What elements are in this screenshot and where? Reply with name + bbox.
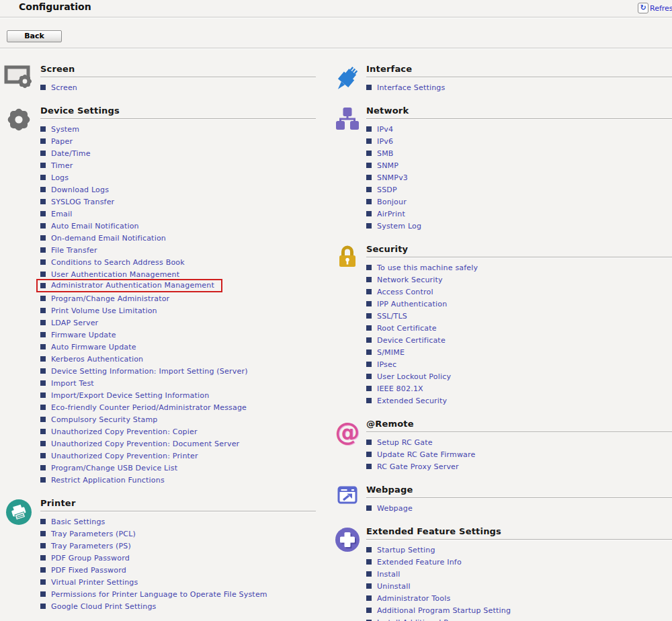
link-label: Eco-friendly Counter Period/Administrato… xyxy=(51,403,247,412)
link-item[interactable]: Webpage xyxy=(366,502,672,514)
link-item[interactable]: Paper xyxy=(40,135,316,147)
link-label: Device Certificate xyxy=(377,336,446,345)
section-device-settings: Device SettingsSystemPaperDate/TimeTimer… xyxy=(40,106,316,486)
link-item[interactable]: IEEE 802.1X xyxy=(366,382,672,395)
link-item[interactable]: Unauthorized Copy Prevention: Document S… xyxy=(40,438,316,450)
link-item[interactable]: System xyxy=(40,123,316,135)
link-item[interactable]: PDF Group Password xyxy=(40,552,316,564)
link-item[interactable]: Administrator Authentication Management xyxy=(36,279,222,292)
link-item[interactable]: Import/Export Device Setting Information xyxy=(40,389,316,401)
link-item[interactable]: System Log xyxy=(366,220,672,232)
link-label: Import/Export Device Setting Information xyxy=(51,391,209,400)
link-item[interactable]: PDF Fixed Password xyxy=(40,564,316,576)
link-label: Program/Change Administrator xyxy=(51,294,169,303)
link-item[interactable]: AirPrint xyxy=(366,208,672,220)
link-item[interactable]: IPP Authentication xyxy=(366,298,672,310)
link-item[interactable]: LDAP Server xyxy=(40,317,316,329)
back-button[interactable]: Back xyxy=(7,30,62,42)
link-item[interactable]: S/MIME xyxy=(366,346,672,358)
link-item[interactable]: Import Test xyxy=(40,377,316,389)
link-item[interactable]: Update RC Gate Firmware xyxy=(366,448,672,460)
link-item[interactable]: IPv4 xyxy=(366,123,672,135)
link-item[interactable]: On-demand Email Notification xyxy=(40,232,316,244)
link-item[interactable]: Basic Settings xyxy=(40,515,316,528)
link-item[interactable]: Print Volume Use Limitation xyxy=(40,304,316,317)
link-item[interactable]: Install Additional Program xyxy=(366,616,672,621)
printer-icon xyxy=(4,499,34,526)
link-item[interactable]: Install xyxy=(366,568,672,580)
link-item[interactable]: SSDP xyxy=(366,183,672,196)
link-item[interactable]: Conditions to Search Address Book xyxy=(40,256,316,268)
link-item[interactable]: User Lockout Policy xyxy=(366,370,672,382)
link-item[interactable]: Email xyxy=(40,208,316,220)
header-divider xyxy=(0,17,672,17)
refresh-button[interactable]: ↻ Refresh xyxy=(638,3,672,13)
link-item[interactable]: Tray Parameters (PS) xyxy=(40,540,316,552)
link-item[interactable]: SMB xyxy=(366,147,672,159)
link-item[interactable]: Extended Security xyxy=(366,395,672,407)
link-item[interactable]: Eco-friendly Counter Period/Administrato… xyxy=(40,401,316,413)
link-item[interactable]: Bonjour xyxy=(366,196,672,208)
bullet-icon xyxy=(40,211,46,216)
link-item[interactable]: IPsec xyxy=(366,358,672,370)
bullet-icon xyxy=(40,163,46,168)
link-item[interactable]: Root Certificate xyxy=(366,322,672,334)
bullet-icon xyxy=(366,151,372,156)
section-title-webpage: Webpage xyxy=(366,485,672,498)
link-item[interactable]: Permissions for Printer Language to Oper… xyxy=(40,588,316,600)
link-item[interactable]: Device Certificate xyxy=(366,334,672,346)
link-item[interactable]: Google Cloud Print Settings xyxy=(40,600,316,612)
link-item[interactable]: Startup Setting xyxy=(366,544,672,556)
link-item[interactable]: Virtual Printer Settings xyxy=(40,576,316,588)
link-label: Root Certificate xyxy=(377,324,437,333)
link-item[interactable]: Program/Change USB Device List xyxy=(40,462,316,474)
link-item[interactable]: Compulsory Security Stamp xyxy=(40,413,316,425)
link-item[interactable]: File Transfer xyxy=(40,244,316,256)
bullet-icon xyxy=(40,235,46,241)
link-item[interactable]: Auto Email Notification xyxy=(40,220,316,232)
link-item[interactable]: Interface Settings xyxy=(366,81,672,93)
link-item[interactable]: SNMP xyxy=(366,159,672,171)
link-item[interactable]: Uninstall xyxy=(366,580,672,592)
section-title-extended-feature-settings: Extended Feature Settings xyxy=(366,526,672,540)
link-item[interactable]: Auto Firmware Update xyxy=(40,341,316,353)
link-label: Virtual Printer Settings xyxy=(51,578,138,587)
link-item[interactable]: Download Logs xyxy=(40,183,316,196)
link-item[interactable]: Logs xyxy=(40,171,316,183)
link-item[interactable]: Additional Program Startup Setting xyxy=(366,604,672,616)
link-item[interactable]: Program/Change Administrator xyxy=(40,292,316,304)
section-items-extended-feature-settings: Startup SettingExtended Feature InfoInst… xyxy=(366,540,672,621)
link-label: Unauthorized Copy Prevention: Copier xyxy=(51,427,198,436)
bullet-icon xyxy=(40,380,46,386)
link-item[interactable]: Administrator Tools xyxy=(366,592,672,604)
link-item[interactable]: Date/Time xyxy=(40,147,316,159)
link-item[interactable]: Unauthorized Copy Prevention: Printer xyxy=(40,450,316,462)
link-item[interactable]: Setup RC Gate xyxy=(366,436,672,448)
link-item[interactable]: Network Security xyxy=(366,274,672,286)
link-item[interactable]: Tray Parameters (PCL) xyxy=(40,528,316,540)
link-item[interactable]: IPv6 xyxy=(366,135,672,147)
link-item[interactable]: Firmware Update xyxy=(40,329,316,341)
link-item[interactable]: User Authentication Management xyxy=(40,268,316,280)
link-item[interactable]: RC Gate Proxy Server xyxy=(366,460,672,472)
link-item[interactable]: Kerberos Authentication xyxy=(40,353,316,365)
section-remote: @@RemoteSetup RC GateUpdate RC Gate Firm… xyxy=(366,419,672,472)
link-item[interactable]: Screen xyxy=(40,81,316,93)
link-label: Bonjour xyxy=(377,198,407,206)
link-item[interactable]: Device Setting Information: Import Setti… xyxy=(40,365,316,377)
link-item[interactable]: To use this machine safely xyxy=(366,261,672,274)
bullet-icon xyxy=(366,337,372,343)
link-item[interactable]: SYSLOG Transfer xyxy=(40,196,316,208)
bullet-icon xyxy=(40,368,46,374)
bullet-icon xyxy=(40,477,46,483)
link-item[interactable]: SSL/TLS xyxy=(366,310,672,322)
link-item[interactable]: Access Control xyxy=(366,286,672,298)
link-item[interactable]: Timer xyxy=(40,159,316,171)
link-item[interactable]: Unauthorized Copy Prevention: Copier xyxy=(40,425,316,438)
bullet-icon xyxy=(40,272,46,277)
link-item[interactable]: SNMPv3 xyxy=(366,171,672,183)
link-item[interactable]: Extended Feature Info xyxy=(366,556,672,568)
link-item[interactable]: Restrict Application Functions xyxy=(40,474,316,486)
bullet-icon xyxy=(366,440,372,445)
bullet-icon xyxy=(366,374,372,379)
